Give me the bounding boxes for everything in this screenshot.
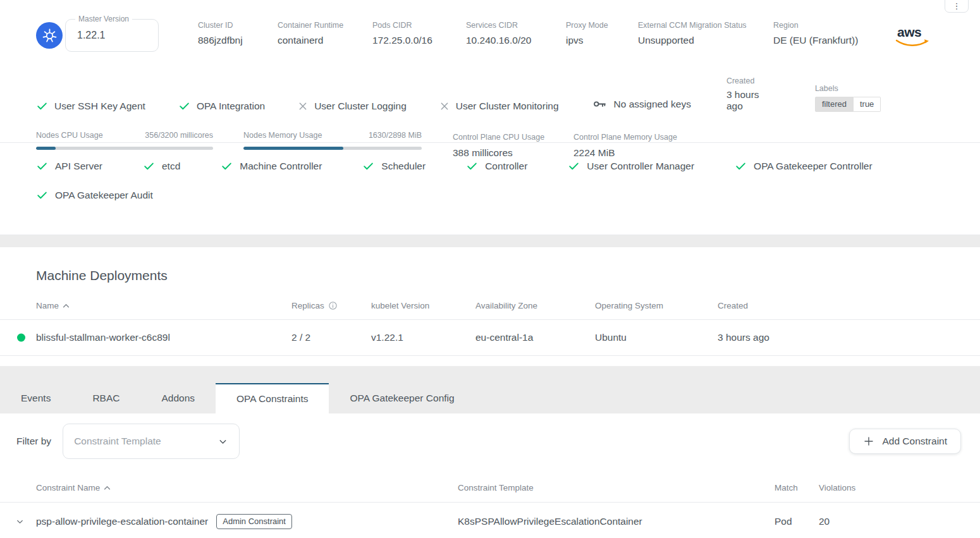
cluster-features-row: User SSH Key Agent OPA Integration User …: [36, 75, 957, 112]
column-label: Replicas: [291, 301, 324, 310]
health-item-opa-gatekeeper-audit: OPA Gatekeeper Audit: [36, 189, 153, 201]
usage-label: Control Plane Memory Usage: [573, 133, 677, 142]
field-label: Proxy Mode: [566, 21, 638, 30]
check-icon: [221, 160, 233, 172]
tab-bar: Events RBAC Addons OPA Constraints OPA G…: [0, 366, 980, 413]
tab-opa-constraints[interactable]: OPA Constraints: [216, 383, 329, 413]
plus-icon: [863, 436, 874, 447]
control-plane-memory-usage: Control Plane Memory Usage 2224 MiB: [573, 131, 677, 159]
column-label: Violations: [819, 483, 855, 492]
created-group: Created 3 hours ago: [726, 75, 777, 112]
created-label: Created: [726, 76, 754, 85]
nodes-cpu-progressbar: [36, 147, 213, 150]
column-label: Created: [718, 301, 748, 310]
check-icon: [36, 189, 48, 201]
usage-value: 1630/2898 MiB: [369, 131, 422, 140]
tab-opa-gatekeeper-config[interactable]: OPA Gatekeeper Config: [329, 383, 475, 413]
nodes-memory-progress-fill: [243, 147, 343, 150]
status-healthy-dot: [17, 334, 25, 342]
feature-label: User Cluster Logging: [314, 101, 407, 112]
field-value: DE (EU (Frankfurt)): [773, 35, 893, 46]
field-services-cidr: Services CIDR 10.240.16.0/20: [466, 19, 566, 52]
master-version-selector[interactable]: Master Version 1.22.1: [65, 19, 159, 52]
usage-value: 356/3200 millicores: [145, 131, 213, 140]
x-icon: [439, 101, 450, 111]
health-item-controller: Controller: [466, 160, 527, 172]
column-label: Operating System: [595, 301, 663, 310]
column-violations: Violations: [819, 483, 961, 492]
cluster-info-row: Master Version 1.22.1 Cluster ID 886jzdf…: [36, 19, 957, 52]
check-icon: [36, 160, 48, 172]
feature-label: User SSH Key Agent: [54, 101, 145, 112]
master-version-group: Master Version 1.22.1: [36, 19, 198, 52]
usage-value: 2224 MiB: [573, 147, 677, 159]
nodes-cpu-progress-fill: [36, 147, 56, 150]
md-created: 3 hours ago: [718, 332, 961, 343]
expand-chevron-icon[interactable]: [15, 517, 25, 527]
constraint-template-select[interactable]: Constraint Template: [63, 424, 240, 459]
check-icon: [466, 160, 478, 172]
constraint-violations: 20: [819, 516, 961, 527]
ssh-keys-status[interactable]: No assigned keys: [592, 96, 691, 112]
column-constraint-template: Constraint Template: [458, 483, 775, 492]
field-label: External CCM Migration Status: [638, 21, 773, 30]
feature-opa-integration: OPA Integration: [178, 100, 265, 112]
x-icon: [298, 101, 308, 111]
aws-smile-icon: [895, 39, 930, 47]
health-label: OPA Gatekeeper Audit: [55, 190, 153, 201]
field-value: Unsupported: [638, 35, 773, 46]
health-item-user-controller-manager: User Controller Manager: [568, 160, 694, 172]
health-label: Scheduler: [381, 161, 426, 172]
tab-addons[interactable]: Addons: [140, 383, 216, 413]
column-created: Created: [718, 301, 961, 310]
constraint-row[interactable]: psp-allow-privilege-escalation-container…: [0, 503, 980, 538]
aws-logo: aws: [895, 19, 930, 52]
machine-deployment-row[interactable]: blissful-stallman-worker-c6c89l 2 / 2 v1…: [0, 320, 980, 356]
check-icon: [36, 100, 48, 112]
feature-label: User Cluster Monitoring: [456, 101, 559, 112]
cluster-actions-button[interactable]: ⋮: [945, 0, 969, 13]
field-pods-cidr: Pods CIDR 172.25.0.0/16: [372, 19, 466, 52]
nodes-memory-usage: Nodes Memory Usage 1630/2898 MiB: [243, 131, 422, 159]
machine-deployments-panel: Machine Deployments Name Replicas kubele…: [0, 268, 980, 356]
md-operating-system: Ubuntu: [595, 332, 718, 343]
constraints-header: Constraint Name Constraint Template Matc…: [0, 465, 980, 503]
add-constraint-button[interactable]: Add Constraint: [849, 429, 961, 454]
tab-rbac[interactable]: RBAC: [71, 383, 140, 413]
tab-events[interactable]: Events: [0, 383, 71, 413]
constraint-match: Pod: [775, 516, 819, 527]
column-match: Match: [775, 483, 819, 492]
field-label: Cluster ID: [198, 21, 278, 30]
field-proxy-mode: Proxy Mode ipvs: [566, 19, 638, 52]
column-operating-system: Operating System: [595, 301, 718, 310]
machine-deployments-title: Machine Deployments: [36, 268, 980, 283]
master-version-label: Master Version: [75, 15, 132, 23]
usage-value: 388 millicores: [453, 147, 573, 159]
labels-label: Labels: [815, 84, 838, 93]
column-label: Constraint Name: [36, 483, 100, 492]
feature-label: OPA Integration: [197, 101, 265, 112]
kebab-menu-icon: ⋮: [953, 1, 961, 11]
usage-label: Nodes CPU Usage: [36, 131, 103, 140]
field-value: 886jzdfbnj: [198, 35, 278, 46]
health-item-etcd: etcd: [143, 160, 180, 172]
feature-ssh-key-agent: User SSH Key Agent: [36, 100, 145, 112]
check-icon: [568, 160, 580, 172]
health-label: OPA Gatekeeper Controller: [754, 161, 873, 172]
machine-deployments-header: Name Replicas kubelet Version Availabili…: [0, 283, 980, 320]
column-label: Name: [36, 301, 59, 310]
sort-asc-icon: [63, 303, 70, 308]
column-name[interactable]: Name: [36, 301, 291, 310]
md-availability-zone: eu-central-1a: [475, 332, 595, 343]
select-placeholder: Constraint Template: [74, 436, 161, 447]
column-label: kubelet Version: [371, 301, 429, 310]
field-cluster-id: Cluster ID 886jzdfbnj: [198, 19, 278, 52]
field-label: Services CIDR: [466, 21, 566, 30]
opa-constraints-panel: Filter by Constraint Template Add Constr…: [0, 413, 980, 538]
feature-user-cluster-monitoring: User Cluster Monitoring: [439, 101, 559, 112]
usage-label: Nodes Memory Usage: [243, 131, 322, 140]
label-chip-key: filtered: [815, 97, 854, 112]
column-constraint-name[interactable]: Constraint Name: [36, 483, 458, 492]
field-value: 10.240.16.0/20: [466, 35, 566, 46]
info-icon[interactable]: [328, 301, 338, 310]
